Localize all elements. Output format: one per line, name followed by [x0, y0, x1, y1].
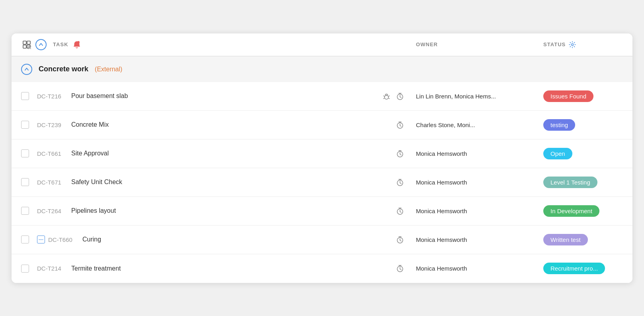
task-id: DC-T671: [37, 179, 65, 186]
task-checkbox[interactable]: [21, 207, 29, 215]
notification-bell-icon[interactable]: [72, 40, 81, 49]
status-badge[interactable]: In Development: [543, 205, 599, 217]
task-row: DC-T661Site Approval Monica HemsworthOpe…: [12, 139, 632, 168]
group-tag: (External): [95, 66, 122, 73]
task-name: Safety Unit Check: [71, 179, 380, 186]
collapse-all-icon[interactable]: [35, 39, 47, 50]
task-row: DC-T264Pipelines layout Monica Hemsworth…: [12, 197, 632, 226]
task-id: DC-T264: [37, 208, 65, 214]
task-name: Concrete Mix: [71, 121, 380, 128]
bug-icon[interactable]: [382, 92, 390, 100]
task-id: DC-T660: [48, 236, 76, 243]
task-owner: Monica Hemsworth: [416, 179, 543, 186]
task-owner: Lin Lin Brenn, Monica Hems...: [416, 93, 543, 100]
task-checkbox[interactable]: [21, 121, 29, 129]
group-collapse-icon[interactable]: [21, 64, 32, 75]
status-badge[interactable]: Recruitment pro...: [543, 263, 605, 274]
header-row: TASK OWNER STATUS: [12, 33, 632, 57]
group-title: Concrete work: [39, 65, 88, 73]
subtask-icon[interactable]: —: [37, 236, 45, 243]
task-owner: Monica Hemsworth: [416, 236, 543, 243]
task-status: Issues Found: [543, 90, 623, 102]
task-id: DC-T239: [37, 122, 65, 128]
timer-icon[interactable]: [396, 149, 404, 157]
task-checkbox[interactable]: [21, 178, 29, 186]
svg-rect-1: [27, 41, 30, 44]
timer-icon[interactable]: [396, 264, 404, 273]
task-action-icons: [380, 120, 404, 129]
task-name: Site Approval: [71, 150, 380, 157]
status-column-header: STATUS: [543, 41, 623, 48]
timer-icon[interactable]: [396, 120, 404, 129]
svg-line-13: [383, 98, 384, 99]
task-row: DC-T216Pour basement slab Lin Lin Brenn,…: [12, 82, 632, 111]
task-status: In Development: [543, 205, 623, 217]
status-badge[interactable]: Written test: [543, 234, 588, 245]
svg-point-7: [77, 41, 80, 43]
task-checkbox[interactable]: [21, 149, 29, 157]
task-id: DC-T214: [37, 265, 65, 272]
svg-rect-2: [23, 45, 26, 48]
svg-line-11: [383, 96, 384, 96]
owner-column-header: OWNER: [416, 41, 543, 47]
task-name: Termite treatment: [71, 265, 380, 272]
status-badge[interactable]: Open: [543, 148, 572, 159]
status-badge[interactable]: Level 1 Testing: [543, 177, 597, 188]
task-id: DC-T216: [37, 93, 65, 100]
header-icons: [21, 39, 47, 50]
task-status: testing: [543, 119, 623, 131]
timer-icon[interactable]: [396, 92, 404, 100]
timer-icon[interactable]: [396, 206, 404, 215]
status-badge[interactable]: testing: [543, 119, 575, 131]
task-row: DC-T671Safety Unit Check Monica Hemswort…: [12, 168, 632, 197]
task-name: Pipelines layout: [71, 207, 380, 214]
task-owner: Monica Hemsworth: [416, 150, 543, 157]
task-status: Level 1 Testing: [543, 177, 623, 188]
task-action-icons: [380, 235, 404, 243]
task-column-header: TASK: [53, 40, 416, 49]
group-row: Concrete work (External): [12, 57, 632, 82]
task-name: Pour basement slab: [71, 92, 380, 100]
task-id: DC-T661: [37, 150, 65, 157]
status-badge[interactable]: Issues Found: [543, 90, 593, 102]
task-list: DC-T216Pour basement slab Lin Lin Brenn,…: [12, 82, 632, 283]
task-action-icons: [380, 149, 404, 157]
task-label: TASK: [53, 41, 68, 47]
task-row: —DC-T660Curing Monica HemsworthWritten t…: [12, 226, 632, 254]
task-owner: Charles Stone, Moni...: [416, 122, 543, 128]
task-action-icons: [380, 92, 404, 100]
timer-icon[interactable]: [396, 235, 404, 243]
table-settings-icon[interactable]: [21, 39, 32, 50]
task-status: Open: [543, 148, 623, 159]
task-checkbox[interactable]: [21, 236, 29, 243]
svg-rect-0: [23, 41, 26, 44]
task-action-icons: [380, 206, 404, 215]
task-action-icons: [380, 264, 404, 273]
svg-line-12: [388, 96, 390, 96]
task-row: DC-T239Concrete Mix Charles Stone, Moni.…: [12, 111, 632, 139]
timer-icon[interactable]: [396, 178, 404, 186]
svg-point-8: [572, 43, 574, 45]
main-container: TASK OWNER STATUS: [12, 33, 632, 283]
task-owner: Monica Hemsworth: [416, 208, 543, 214]
task-status: Recruitment pro...: [543, 263, 623, 274]
task-row: DC-T214Termite treatment Monica Hemswort…: [12, 254, 632, 283]
task-owner: Monica Hemsworth: [416, 265, 543, 272]
task-status: Written test: [543, 234, 623, 245]
task-checkbox[interactable]: [21, 92, 29, 100]
task-name: Curing: [82, 236, 380, 243]
svg-line-14: [388, 98, 390, 99]
task-checkbox[interactable]: [21, 265, 29, 273]
task-action-icons: [380, 178, 404, 186]
status-settings-icon[interactable]: [569, 41, 576, 48]
